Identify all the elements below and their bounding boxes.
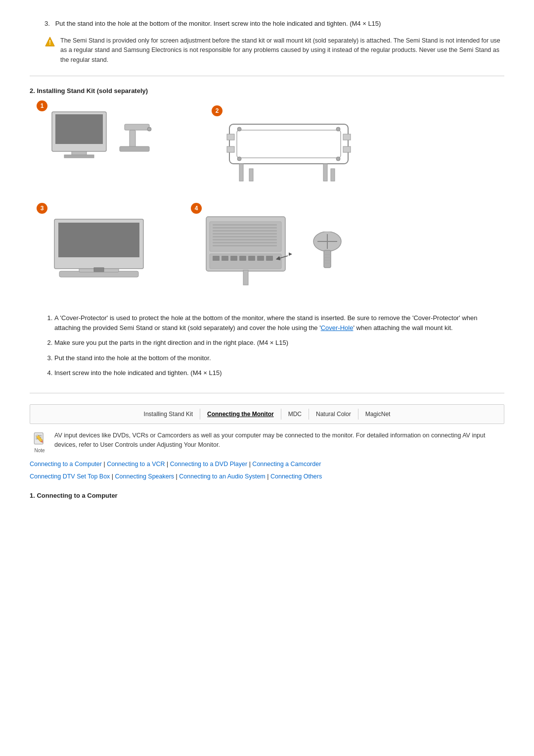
section-connecting-title: 1. Connecting to a Computer [30, 492, 504, 499]
svg-rect-17 [249, 169, 253, 181]
svg-rect-16 [239, 164, 243, 181]
svg-rect-6 [125, 124, 149, 130]
link-connecting-camcorder[interactable]: Connecting a Camcorder [252, 461, 321, 468]
monitor-back-svg: ▶ [204, 212, 303, 291]
warning-icon: ! [44, 36, 55, 47]
instruction-item-2: Make sure you put the parts in the right… [54, 338, 504, 348]
warning-text: The Semi Stand is provided only for scre… [60, 36, 504, 65]
step-circle-2: 2 [212, 105, 222, 116]
svg-rect-45 [257, 256, 264, 261]
step-circle-3: 3 [37, 203, 47, 214]
svg-point-22 [237, 157, 241, 161]
link-connecting-computer[interactable]: Connecting to a Computer [30, 461, 102, 468]
section2-title: 2. Installing Stand Kit (sold separately… [30, 87, 504, 94]
svg-rect-41 [222, 256, 228, 261]
link-connecting-dtv[interactable]: Connecting DTV Set Top Box [30, 473, 110, 480]
svg-rect-42 [230, 256, 237, 261]
diagram-step-4: 4 [194, 206, 351, 297]
nav-item-natural-color[interactable]: Natural Color [309, 409, 358, 420]
svg-rect-12 [227, 134, 234, 140]
svg-rect-7 [130, 130, 135, 147]
svg-rect-31 [213, 224, 277, 226]
svg-rect-11 [237, 130, 341, 158]
svg-rect-38 [213, 245, 277, 246]
svg-rect-53 [324, 250, 331, 268]
bottom-nav: Installing Stand Kit Connecting the Moni… [30, 404, 504, 424]
link-connecting-others[interactable]: Connecting Others [270, 473, 322, 480]
svg-point-9 [147, 127, 151, 131]
step-number: 3. [44, 20, 53, 27]
svg-rect-35 [213, 236, 277, 237]
link-connecting-vcr[interactable]: Connecting to a VCR [107, 461, 165, 468]
instruction-item-4: Insert screw into the hole indicated and… [54, 368, 504, 378]
link-connecting-audio[interactable]: Connecting to an Audio System [179, 473, 265, 480]
svg-rect-47 [243, 270, 248, 285]
svg-rect-32 [213, 227, 277, 229]
svg-point-23 [336, 157, 340, 161]
svg-rect-19 [331, 169, 335, 181]
svg-rect-43 [239, 256, 246, 261]
instruction-item-3: Put the stand into the hole at the botto… [54, 353, 504, 363]
divider-1 [30, 76, 504, 76]
links-row-1: Connecting to a Computer | Connecting to… [30, 459, 504, 470]
svg-point-20 [237, 127, 241, 131]
svg-rect-15 [343, 146, 351, 152]
nav-item-magicnet[interactable]: MagicNet [358, 409, 398, 420]
link-connecting-speakers[interactable]: Connecting Speakers [115, 473, 175, 480]
divider-2 [30, 393, 504, 393]
svg-rect-28 [94, 268, 104, 272]
warning-box: ! The Semi Stand is provided only for sc… [44, 36, 504, 65]
svg-text:▶: ▶ [289, 251, 292, 256]
svg-rect-13 [227, 146, 234, 152]
sep-6: | [267, 473, 270, 480]
step3-svg [49, 212, 148, 291]
nav-item-connecting-monitor[interactable]: Connecting the Monitor [200, 409, 281, 420]
sep-2: | [167, 461, 170, 468]
note-label: Note [34, 448, 44, 453]
svg-rect-33 [213, 230, 277, 232]
diagram-step-1: 1 [40, 103, 165, 170]
svg-rect-27 [58, 223, 139, 257]
instructions-list: A 'Cover-Protector' is used to protect t… [54, 313, 504, 378]
instruction-item-1: A 'Cover-Protector' is used to protect t… [54, 313, 504, 333]
svg-rect-18 [323, 164, 327, 181]
note-icon [32, 431, 47, 447]
links-row-2: Connecting DTV Set Top Box | Connecting … [30, 472, 504, 482]
svg-rect-14 [343, 134, 351, 140]
svg-rect-8 [120, 146, 149, 151]
note-text: AV input devices like DVDs, VCRs or Camc… [54, 431, 504, 450]
svg-rect-36 [213, 239, 277, 240]
step-text: Put the stand into the hole at the botto… [55, 20, 381, 27]
monitor-front-svg [49, 109, 109, 164]
step-circle-4: 4 [191, 203, 202, 214]
svg-point-21 [336, 127, 340, 131]
link-connecting-dvd[interactable]: Connecting to a DVD Player [170, 461, 247, 468]
diagrams-row-2: 3 4 [30, 206, 504, 298]
cover-hole-link[interactable]: Cover-Hole [321, 324, 354, 331]
intro-step-3: 3. Put the stand into the hole at the bo… [30, 20, 504, 27]
svg-rect-46 [266, 256, 273, 261]
svg-rect-37 [213, 242, 277, 243]
diagrams-row-1: 1 2 [30, 103, 504, 191]
nav-item-mdc[interactable]: MDC [281, 409, 309, 420]
svg-rect-3 [55, 114, 103, 144]
diagram-step-3: 3 [40, 206, 154, 298]
note-icon-wrap: Note [30, 431, 49, 453]
stand-piece-svg [115, 109, 159, 164]
sep-4: | [112, 473, 115, 480]
nav-item-installing-stand-kit[interactable]: Installing Stand Kit [137, 409, 200, 420]
svg-rect-40 [213, 256, 220, 261]
diagram-step-2: 2 [215, 108, 359, 191]
svg-rect-5 [64, 155, 94, 158]
note-box: Note AV input devices like DVDs, VCRs or… [30, 431, 504, 453]
svg-text:!: ! [49, 39, 51, 46]
svg-rect-44 [248, 256, 255, 261]
step-circle-1: 1 [37, 100, 47, 111]
stand-bracket-svg [224, 114, 353, 184]
svg-rect-34 [213, 233, 277, 235]
screw-detail-svg [310, 232, 345, 271]
